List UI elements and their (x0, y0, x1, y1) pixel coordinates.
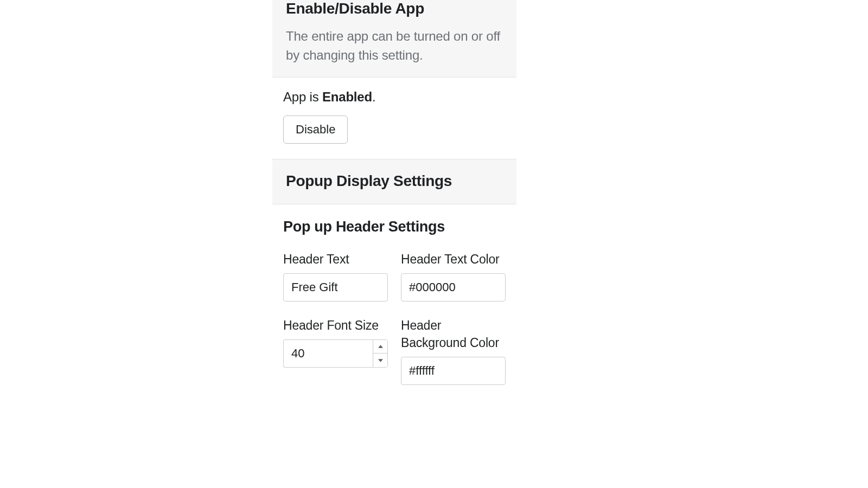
chevron-down-icon (378, 359, 383, 362)
popup-display-title: Popup Display Settings (286, 172, 503, 190)
popup-header-settings: Pop up Header Settings Header Text Heade… (272, 204, 516, 412)
enable-disable-description: The entire app can be turned on or off b… (286, 27, 503, 65)
header-font-size-input[interactable] (283, 339, 373, 368)
settings-panel: Enable/Disable App The entire app can be… (272, 0, 516, 411)
header-background-color-input[interactable] (401, 357, 506, 385)
app-status-text: App is Enabled. (283, 89, 506, 105)
app-status-prefix: App is (283, 89, 322, 104)
font-size-spinner (373, 339, 388, 368)
header-font-size-label: Header Font Size (283, 317, 388, 334)
font-size-decrement-button[interactable] (373, 354, 387, 367)
header-text-color-label: Header Text Color (401, 251, 506, 268)
popup-header-settings-title: Pop up Header Settings (283, 219, 506, 235)
font-size-increment-button[interactable] (373, 340, 387, 354)
header-font-size-field: Header Font Size (283, 317, 388, 385)
header-text-input[interactable] (283, 273, 388, 301)
header-text-label: Header Text (283, 251, 388, 268)
disable-button[interactable]: Disable (283, 115, 348, 144)
header-text-color-field: Header Text Color (401, 251, 506, 301)
header-background-color-field: Header Background Color (401, 317, 506, 385)
header-text-field: Header Text (283, 251, 388, 301)
chevron-up-icon (378, 345, 383, 348)
enable-disable-section-body: App is Enabled. Disable (272, 78, 516, 159)
popup-display-section-header: Popup Display Settings (272, 159, 516, 204)
header-background-color-label: Header Background Color (401, 317, 506, 351)
enable-disable-title: Enable/Disable App (286, 0, 503, 17)
app-status-value: Enabled (322, 89, 372, 104)
app-status-suffix: . (372, 89, 375, 104)
field-row-1: Header Text Header Text Color (283, 251, 506, 301)
enable-disable-section-header: Enable/Disable App The entire app can be… (272, 0, 516, 78)
header-font-size-stepper (283, 339, 388, 368)
header-text-color-input[interactable] (401, 273, 506, 301)
field-row-2: Header Font Size Header Background Color (283, 317, 506, 385)
